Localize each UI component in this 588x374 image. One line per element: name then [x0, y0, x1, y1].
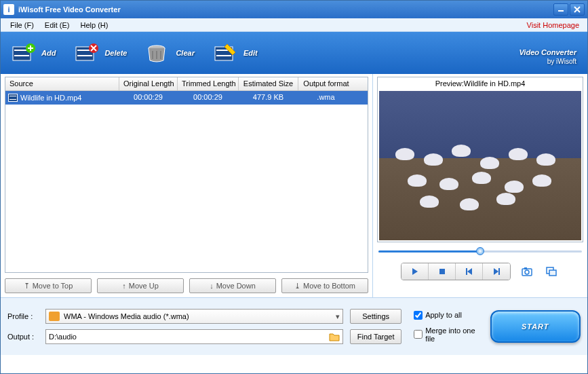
- svg-rect-7: [77, 55, 92, 56]
- bottom-panel: Profile : WMA - Windows Media audio (*.w…: [1, 298, 587, 355]
- seek-slider[interactable]: [378, 246, 582, 256]
- close-button[interactable]: [570, 3, 585, 16]
- browse-folder-icon[interactable]: [329, 332, 340, 341]
- move-down-button[interactable]: ↓Move Down: [189, 278, 276, 293]
- minimize-button[interactable]: [553, 3, 568, 16]
- move-to-bottom-button[interactable]: ⤓Move to Bottom: [281, 278, 368, 293]
- menu-file[interactable]: File (F): [5, 20, 39, 31]
- arrow-bottom-icon: ⤓: [294, 282, 300, 291]
- svg-rect-13: [439, 269, 445, 274]
- arrow-down-icon: ↓: [210, 282, 214, 290]
- apply-to-all-checkbox[interactable]: Apply to all: [414, 311, 483, 320]
- row-source: Wildlife in HD.mp4: [20, 94, 81, 102]
- delete-label: Delete: [104, 49, 127, 57]
- svg-rect-14: [466, 268, 467, 275]
- arrow-top-icon: ⤒: [24, 282, 30, 291]
- window-title: iWisoft Free Video Converter: [18, 5, 552, 14]
- clear-icon: [146, 43, 170, 63]
- edit-label: Edit: [243, 49, 258, 57]
- preview-video[interactable]: [379, 91, 581, 240]
- move-to-top-button[interactable]: ⤒Move to Top: [5, 278, 92, 293]
- edit-button[interactable]: Edit: [214, 43, 258, 63]
- table-row[interactable]: Wildlife in HD.mp4 00:00:29 00:00:29 477…: [5, 91, 368, 105]
- fullscreen-button[interactable]: [543, 265, 560, 278]
- col-original-length[interactable]: Original Length: [119, 77, 178, 90]
- add-icon: [12, 43, 36, 63]
- stop-button[interactable]: [429, 263, 456, 280]
- col-trimmed-length[interactable]: Trimmed Length: [178, 77, 239, 90]
- play-button[interactable]: [401, 263, 429, 280]
- svg-rect-20: [549, 270, 556, 276]
- col-source[interactable]: Source: [5, 77, 119, 90]
- svg-rect-12: [216, 55, 231, 56]
- menu-help[interactable]: Help (H): [75, 20, 114, 31]
- move-up-button[interactable]: ↑Move Up: [97, 278, 184, 293]
- preview-panel: Preview:Wildlife in HD.mp4: [377, 77, 583, 242]
- clear-label: Clear: [176, 49, 195, 57]
- profile-combo[interactable]: WMA - Windows Media audio (*.wma) ▾: [45, 309, 343, 324]
- svg-rect-0: [558, 10, 564, 12]
- row-orig: 00:00:29: [119, 91, 178, 105]
- slider-thumb[interactable]: [476, 247, 484, 255]
- menu-edit[interactable]: Edit (E): [39, 20, 75, 31]
- add-button[interactable]: Add: [12, 43, 56, 63]
- brand-sub: by iWisoft: [519, 58, 576, 65]
- row-size: 477.9 KB: [239, 91, 298, 105]
- film-icon: [8, 94, 18, 102]
- row-fmt: .wma: [298, 91, 354, 105]
- next-button[interactable]: [483, 263, 510, 280]
- snapshot-button[interactable]: [519, 265, 535, 278]
- chevron-down-icon: ▾: [336, 312, 340, 321]
- clear-button[interactable]: Clear: [146, 43, 195, 63]
- svg-rect-3: [14, 55, 29, 56]
- delete-button[interactable]: Delete: [75, 43, 127, 63]
- preview-label: Preview:Wildlife in HD.mp4: [378, 77, 583, 90]
- svg-point-17: [525, 270, 529, 274]
- app-icon: i: [3, 4, 14, 15]
- file-grid: Source Original Length Trimmed Length Es…: [5, 77, 368, 273]
- edit-icon: [214, 43, 238, 63]
- wma-icon: [49, 312, 60, 321]
- toolbar: Add Delete Clear Edit Video Converter by…: [1, 32, 587, 74]
- profile-value: WMA - Windows Media audio (*.wma): [64, 312, 332, 320]
- col-estimated-size[interactable]: Estimated Size: [239, 77, 298, 90]
- start-button[interactable]: START: [490, 310, 581, 343]
- output-input[interactable]: [49, 333, 329, 341]
- col-output-format[interactable]: Output format: [298, 77, 354, 90]
- profile-label: Profile :: [7, 312, 41, 320]
- grid-header: Source Original Length Trimmed Length Es…: [5, 77, 368, 91]
- arrow-up-icon: ↑: [122, 282, 126, 290]
- menubar: File (F) Edit (E) Help (H) Visit Homepag…: [1, 18, 587, 32]
- add-label: Add: [41, 49, 56, 57]
- grid-empty-area[interactable]: [5, 105, 368, 272]
- output-path-field[interactable]: [45, 329, 343, 344]
- settings-button[interactable]: Settings: [350, 309, 401, 324]
- delete-icon: [75, 43, 99, 63]
- brand-logo: Video Converter by iWisoft: [519, 41, 576, 65]
- prev-button[interactable]: [456, 263, 483, 280]
- output-label: Output :: [7, 333, 41, 341]
- row-trim: 00:00:29: [178, 91, 239, 105]
- find-target-button[interactable]: Find Target: [350, 329, 401, 344]
- visit-homepage-link[interactable]: Visit Homepage: [527, 21, 583, 29]
- svg-rect-15: [498, 268, 500, 275]
- merge-checkbox[interactable]: Merge into one file: [414, 326, 483, 343]
- svg-rect-18: [524, 267, 527, 269]
- titlebar: i iWisoft Free Video Converter: [1, 1, 587, 18]
- brand-text: Video Converter: [519, 48, 576, 56]
